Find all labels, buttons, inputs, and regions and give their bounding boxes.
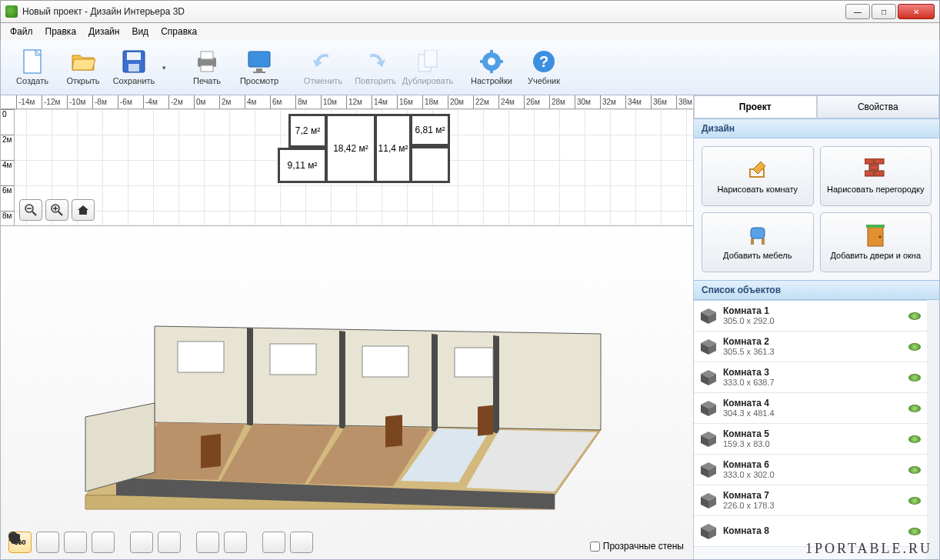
section-objects-header: Список объектов (694, 280, 939, 300)
room-2d[interactable]: 11,4 м² (375, 114, 412, 183)
redo-button[interactable]: Повторить (350, 48, 401, 87)
settings-button[interactable]: Настройки (466, 48, 517, 87)
menu-help[interactable]: Справка (155, 25, 203, 38)
svg-rect-46 (201, 434, 221, 468)
print-button[interactable]: Печать (182, 48, 232, 87)
visibility-eye-icon[interactable] (908, 405, 921, 412)
object-dims: 159.3 x 83.0 (723, 439, 902, 448)
svg-point-71 (879, 236, 882, 238)
zoom-out-button[interactable] (19, 199, 42, 221)
room-2d[interactable]: 9,11 м² (278, 148, 327, 183)
maximize-button[interactable]: □ (872, 4, 896, 19)
object-dims: 333.0 x 638.7 (723, 378, 902, 387)
object-row[interactable]: Комната 8 (694, 516, 927, 547)
save-icon (122, 49, 146, 74)
object-list[interactable]: Комната 1305.0 x 292.0Комната 2305.5 x 3… (694, 300, 927, 559)
svg-rect-65 (865, 171, 874, 176)
tab-project[interactable]: Проект (694, 95, 817, 118)
room-2d[interactable]: 7,2 м² (288, 114, 327, 148)
close-button[interactable]: ✕ (898, 4, 935, 19)
svg-marker-34 (493, 335, 499, 434)
transparent-walls-input[interactable] (590, 542, 600, 552)
rotate-right-button[interactable] (158, 532, 181, 553)
scrollbar[interactable] (927, 300, 939, 559)
home-3d-button[interactable] (290, 532, 313, 553)
view-3d[interactable]: 360 Прозрачные стены (1, 226, 693, 559)
create-button[interactable]: Создать (7, 43, 58, 92)
object-row[interactable]: Комната 2305.5 x 361.3 (694, 332, 927, 362)
ruler-tick: 20м (448, 95, 464, 108)
visibility-eye-icon[interactable] (908, 497, 921, 505)
menu-view[interactable]: Вид (125, 25, 155, 38)
menu-edit[interactable]: Правка (39, 25, 83, 38)
room-2d[interactable] (410, 146, 450, 183)
menu-design[interactable]: Дизайн (82, 25, 125, 38)
ruler-tick: 36м (651, 95, 667, 108)
open-label: Открыть (66, 76, 99, 85)
zoom-out-3d-button[interactable] (64, 532, 87, 553)
gear-icon (479, 49, 504, 74)
object-row[interactable]: Комната 4304.3 x 481.4 (694, 393, 927, 424)
svg-marker-31 (247, 328, 253, 426)
svg-rect-3 (127, 52, 141, 60)
rotate-left-button[interactable] (130, 532, 153, 553)
visibility-eye-icon[interactable] (908, 374, 921, 382)
ruler-tick: 12м (346, 95, 362, 108)
object-row[interactable]: Комната 1305.0 x 292.0 (694, 301, 927, 332)
svg-point-14 (488, 58, 495, 65)
object-row[interactable]: Комната 7226.0 x 178.3 (694, 485, 927, 516)
svg-rect-17 (480, 60, 485, 63)
tab-properties[interactable]: Свойства (817, 95, 940, 118)
visibility-eye-icon[interactable] (908, 435, 921, 443)
object-row[interactable]: Комната 5159.3 x 83.0 (694, 424, 927, 455)
room-2d[interactable]: 6,81 м² (410, 114, 450, 146)
tutorial-label: Учебник (528, 76, 560, 85)
object-name: Комната 7 (723, 491, 902, 501)
save-dropdown[interactable]: ▾ (159, 43, 168, 92)
duplicate-label: Дублировать (402, 76, 453, 85)
printer-icon (195, 49, 219, 74)
chair-icon (746, 225, 769, 248)
zoom-in-3d-button[interactable] (92, 532, 115, 553)
object-name: Комната 2 (723, 337, 902, 347)
ruler-tick: 2м (1, 135, 14, 144)
tilt-down-button[interactable] (224, 532, 247, 553)
pan-button[interactable] (36, 532, 59, 553)
svg-rect-16 (490, 68, 493, 73)
preview-button[interactable]: Просмотр (234, 48, 285, 87)
draw-partition-button[interactable]: Нарисовать перегородку (820, 146, 932, 206)
duplicate-button[interactable]: Дублировать (402, 48, 453, 87)
add-furniture-button[interactable]: Добавить мебель (702, 212, 814, 272)
svg-rect-38 (455, 348, 493, 377)
tilt-up-button[interactable] (196, 532, 219, 553)
svg-marker-32 (339, 331, 345, 429)
object-row[interactable]: Комната 3333.0 x 638.7 (694, 362, 927, 393)
room-2d[interactable]: 18,42 м² (325, 114, 376, 183)
ruler-tick: 8м (1, 211, 14, 220)
help-icon: ? (532, 49, 556, 74)
minimize-button[interactable]: — (845, 4, 870, 19)
tutorial-button[interactable]: ? Учебник (518, 48, 569, 87)
floor-plan-2d[interactable]: 02м4м6м8м 7,2 м² 18,42 м² 11,4 м² 6,81 м… (1, 109, 693, 226)
transparent-walls-checkbox[interactable]: Прозрачные стены (590, 541, 684, 552)
undo-button[interactable]: Отменить (298, 48, 348, 87)
object-row[interactable]: Комната 6333.0 x 302.0 (694, 455, 927, 485)
home-view-button[interactable] (72, 199, 95, 221)
visibility-eye-icon[interactable] (908, 466, 921, 474)
object-name: Комната 6 (723, 460, 902, 470)
visibility-eye-icon[interactable] (908, 528, 921, 535)
draw-room-button[interactable]: Нарисовать комнату (702, 146, 814, 206)
camera-button[interactable] (262, 532, 285, 553)
ruler-tick: 4м (1, 160, 14, 169)
door-icon (864, 225, 887, 248)
window-title: Новый проект - Дизайн Интерьера 3D (22, 6, 844, 17)
open-button[interactable]: Открыть (58, 43, 108, 92)
visibility-eye-icon[interactable] (908, 343, 921, 351)
visibility-eye-icon[interactable] (908, 312, 921, 320)
ruler-tick: 2м (219, 95, 231, 108)
svg-text:?: ? (539, 53, 548, 70)
save-button[interactable]: Сохранить (108, 43, 159, 92)
zoom-in-button[interactable] (45, 199, 68, 221)
add-doors-windows-button[interactable]: Добавить двери и окна (820, 212, 932, 272)
menu-file[interactable]: Файл (4, 25, 39, 38)
